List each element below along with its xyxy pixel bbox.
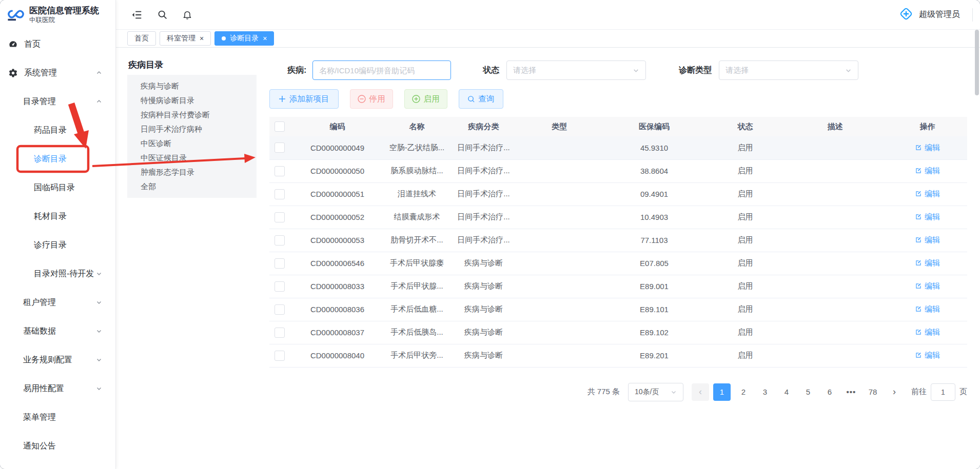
medical-cross-icon [898, 6, 914, 24]
catalog-item-tcm-diagnosis[interactable]: 中医诊断 [127, 136, 257, 151]
next-page-button[interactable]: › [886, 383, 903, 401]
catalog-item-special-chronic[interactable]: 特慢病诊断目录 [127, 93, 257, 108]
edit-icon [915, 329, 922, 336]
tab-label: 诊断目录 [230, 34, 259, 43]
tab-department-mgmt[interactable]: 科室管理 × [160, 31, 211, 46]
page-button-2[interactable]: 2 [735, 383, 752, 401]
row-checkbox[interactable] [275, 351, 285, 361]
row-checkbox[interactable] [275, 189, 285, 199]
edit-button[interactable]: 编辑 [915, 166, 940, 176]
collapse-menu-icon[interactable] [131, 9, 143, 21]
cell-code: CD0000000052 [290, 206, 385, 229]
sidebar-item-national-code-catalog[interactable]: 国临码目录 [0, 173, 115, 202]
cell-category: 日间手术治疗... [449, 182, 518, 206]
tab-home[interactable]: 首页 [127, 31, 156, 46]
sidebar-item-label: 目录管理 [23, 96, 56, 107]
page-button-5[interactable]: 5 [799, 383, 817, 401]
catalog-item-disease-diagnosis[interactable]: 疾病与诊断 [127, 79, 257, 93]
type-filter-label: 诊断类型 [679, 65, 712, 76]
page-button-1[interactable]: 1 [713, 383, 731, 401]
sidebar-item-system-mgmt[interactable]: 系统管理 [0, 58, 115, 87]
edit-button[interactable]: 编辑 [915, 189, 940, 199]
table-row: CD0000000052 结膜囊成形术 日间手术治疗... 10.4903 启用… [269, 206, 967, 229]
user-name[interactable]: 超级管理员 [919, 9, 960, 20]
sidebar-item-label: 易用性配置 [23, 383, 64, 394]
table-row: CD0000006546 手术后甲状腺瘘 疾病与诊断 E07.805 启用 编辑 [269, 252, 967, 275]
edit-button[interactable]: 编辑 [915, 304, 940, 314]
sidebar-item-notice[interactable]: 通知公告 [0, 432, 115, 460]
catalog-item-pay-by-disease[interactable]: 按病种目录付费诊断 [127, 108, 257, 122]
status-select[interactable]: 请选择 [506, 60, 646, 80]
column-header-name: 名称 [385, 117, 449, 136]
edit-button[interactable]: 编辑 [915, 258, 940, 268]
goto-unit: 页 [959, 387, 967, 397]
cell-type [518, 321, 600, 344]
search-icon[interactable] [157, 9, 168, 20]
catalog-item-tumor-morphology[interactable]: 肿瘤形态学目录 [127, 165, 257, 179]
page-size-select[interactable]: 10条/页 [628, 383, 683, 401]
sidebar-item-home[interactable]: 首页 [0, 30, 115, 58]
edit-button[interactable]: 编辑 [915, 351, 940, 360]
bell-icon[interactable] [182, 9, 192, 20]
page-button-4[interactable]: 4 [778, 383, 795, 401]
row-checkbox[interactable] [275, 166, 285, 176]
sidebar-item-catalog-compare[interactable]: 目录对照-待开发 [0, 259, 115, 288]
sidebar-item-consumables-catalog[interactable]: 耗材目录 [0, 202, 115, 231]
catalog-item-all[interactable]: 全部 [127, 179, 257, 194]
page-button-3[interactable]: 3 [756, 383, 774, 401]
logo-row: 医院信息管理系统 中联医院 [0, 0, 115, 30]
page-button-78[interactable]: 78 [864, 383, 881, 401]
row-checkbox[interactable] [275, 212, 285, 222]
plus-icon [279, 95, 286, 103]
more-pages-ellipsis[interactable]: ••• [842, 383, 860, 401]
enable-button[interactable]: 启用 [404, 89, 447, 109]
sidebar-item-diagnosis-catalog[interactable]: 诊断目录 [0, 145, 115, 173]
prev-page-button[interactable]: ‹ [692, 383, 709, 401]
catalog-item-day-surgery[interactable]: 日间手术治疗病种 [127, 122, 257, 136]
query-button[interactable]: 查询 [459, 89, 503, 109]
table-row: CD0000000051 泪道挂线术 日间手术治疗... 09.4901 启用 … [269, 182, 967, 206]
edit-label: 编辑 [925, 328, 940, 337]
disable-button[interactable]: 停用 [350, 89, 393, 109]
select-all-checkbox[interactable] [275, 121, 285, 132]
sidebar-item-tenant-mgmt[interactable]: 租户管理 [0, 288, 115, 317]
scrollbar-thumb[interactable] [975, 30, 979, 95]
edit-button[interactable]: 编辑 [915, 143, 940, 153]
sidebar-item-business-rules[interactable]: 业务规则配置 [0, 345, 115, 374]
row-checkbox[interactable] [275, 142, 285, 153]
sidebar-item-drug-catalog[interactable]: 药品目录 [0, 116, 115, 145]
cell-code: CD0000008037 [290, 321, 385, 344]
row-checkbox[interactable] [275, 235, 285, 246]
cell-type [518, 206, 600, 229]
edit-button[interactable]: 编辑 [915, 328, 940, 337]
sidebar-item-menu-mgmt[interactable]: 菜单管理 [0, 403, 115, 432]
close-icon[interactable]: × [200, 35, 204, 42]
row-checkbox[interactable] [275, 328, 285, 338]
edit-button[interactable]: 编辑 [915, 212, 940, 222]
sidebar-item-base-data[interactable]: 基础数据 [0, 317, 115, 345]
close-icon[interactable]: × [263, 35, 267, 42]
sidebar-item-treatment-catalog[interactable]: 诊疗目录 [0, 231, 115, 259]
page-button-6[interactable]: 6 [821, 383, 838, 401]
catalog-panel-title: 疾病目录 [128, 59, 261, 71]
scrollbar-track [975, 30, 979, 465]
catalog-item-tcm-syndrome[interactable]: 中医证候目录 [127, 151, 257, 165]
diagnosis-type-select[interactable]: 请选择 [719, 60, 858, 80]
row-checkbox[interactable] [275, 258, 285, 269]
add-new-item-button[interactable]: 添加新项目 [269, 89, 339, 109]
filter-row: 疾病: 状态 请选择 诊断类型 请选择 [269, 60, 967, 80]
tab-diagnosis-catalog[interactable]: 诊断目录 × [214, 31, 274, 46]
row-checkbox[interactable] [275, 281, 285, 292]
sidebar-item-usability-config[interactable]: 易用性配置 [0, 374, 115, 403]
row-checkbox[interactable] [275, 304, 285, 315]
disease-search-input[interactable] [312, 60, 451, 80]
edit-button[interactable]: 编辑 [915, 281, 940, 291]
cell-name: 泪道挂线术 [385, 182, 449, 206]
top-header: 超级管理员 [116, 0, 980, 30]
goto-page-input[interactable] [931, 383, 955, 401]
edit-button[interactable]: 编辑 [915, 235, 940, 245]
diagnosis-table: 编码 名称 疾病分类 类型 医保编码 状态 描述 操作 [269, 117, 967, 368]
chevron-down-icon [96, 299, 102, 305]
sidebar-item-label: 系统管理 [24, 68, 57, 78]
sidebar-item-catalog-mgmt[interactable]: 目录管理 [0, 87, 115, 116]
